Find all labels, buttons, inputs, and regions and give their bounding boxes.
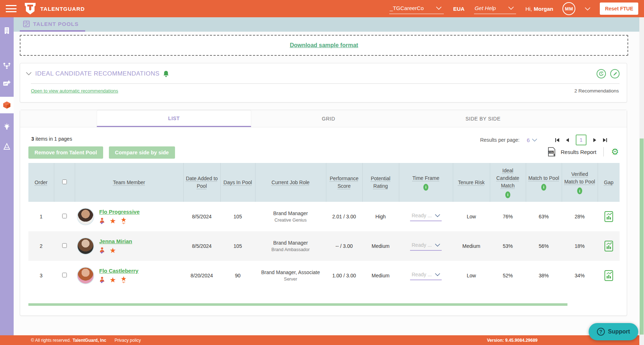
sidebar-item-succession[interactable] [0,58,14,74]
csv-download-icon[interactable]: CSV [548,147,556,156]
order-cell: 3 [28,261,54,290]
member-name-link[interactable]: Jenna Mirian [99,238,132,244]
gap-report-icon[interactable] [604,241,613,251]
avatar[interactable] [77,267,94,284]
vertical-scrollbar-thumb[interactable] [640,139,644,335]
info-icon[interactable] [505,191,510,198]
sidebar-item-organization[interactable] [0,22,14,39]
table-row: 3 Flo Castleberry [28,261,620,290]
download-sample-link[interactable]: Download sample format [290,42,358,49]
col-order[interactable]: Order [34,179,47,186]
tab-list[interactable]: LIST [97,110,251,127]
potential-cell: Medium [362,231,399,261]
tenure-risk-cell: Low [453,202,490,231]
sidebar-item-talent-pools[interactable] [0,97,14,113]
remove-from-pool-button[interactable]: Remove from Talent Pool [28,146,103,159]
time-frame-select[interactable]: Ready ... [410,212,441,221]
top-bar-right: _TGCareerCo EUA Get Help Hi,Morgan MM Re… [389,2,638,15]
col-potential-rating[interactable]: Potential Rating [365,175,397,190]
col-match-to-pool[interactable]: Match to Pool [528,174,559,182]
member-name-link[interactable]: Flo Progressive [99,209,140,215]
time-frame-cell: Ready ... [399,202,453,231]
tab-talent-pools[interactable]: TALENT POOLS [20,17,85,32]
time-frame-select[interactable]: Ready ... [410,241,441,251]
view-tab-bar: LIST GRID SIDE BY SIDE [20,110,627,127]
col-time-frame[interactable]: Time Frame [413,174,440,182]
previous-page-button[interactable] [566,138,569,142]
history-icon[interactable] [597,69,606,78]
first-page-button[interactable] [555,138,560,142]
col-ideal-candidate-match[interactable]: Ideal Candidate Match [492,167,524,190]
row-checkbox[interactable] [62,214,67,218]
tab-side-by-side[interactable]: SIDE BY SIDE [406,110,560,127]
open-recommendations-link[interactable]: Open to view automatic recommendations [31,88,118,94]
mentor-badge-icon [99,218,105,224]
get-help-menu[interactable]: Get Help [474,4,516,14]
results-per-page-select[interactable]: 6 [527,137,537,143]
org-chart-icon [3,62,11,69]
col-tenure-risk[interactable]: Tenure Risk [458,179,485,186]
gap-cell [598,231,620,261]
gap-report-icon[interactable] [604,211,613,222]
chevron-down-icon [435,244,440,247]
avatar[interactable] [77,208,94,225]
col-date-added[interactable]: Date Added to Pool [186,175,218,190]
user-menu-chevron-icon[interactable] [585,7,590,10]
team-member-cell: Flo Castleberry [75,261,183,290]
privacy-policy-link[interactable]: Privacy policy [115,338,141,343]
rising-star-icon [121,276,126,283]
order-cell: 1 [28,202,54,231]
tab-grid[interactable]: GRID [251,110,406,127]
potential-cell: Medium [362,261,399,290]
question-mark-icon [597,328,605,336]
top-bar: TALENTGUARD _TGCareerCo EUA Get Help Hi,… [0,0,644,17]
col-performance-score[interactable]: Performance Score [328,175,360,190]
col-days-in-pool[interactable]: Days In Pool [224,179,252,186]
copyright-text: © All rights reserved. [31,338,71,343]
sidebar-item-ideas[interactable] [0,119,14,135]
results-report-label[interactable]: Results Report [561,149,596,155]
row-checkbox[interactable] [62,273,67,277]
last-page-button[interactable] [603,138,607,142]
sidebar-item-planning[interactable] [0,138,14,155]
support-button[interactable]: Support [589,323,638,340]
current-page-box[interactable]: 1 [576,135,586,145]
recommendations-count: 2 Recommendations [574,88,619,94]
brand-name: TALENTGUARD [40,6,85,12]
col-team-member[interactable]: Team Member [113,179,145,186]
performance-cell: -- / 3.00 [326,231,362,261]
user-avatar[interactable]: MM [562,2,575,15]
info-icon[interactable] [423,184,428,191]
col-verified-match[interactable]: Verified Match to Pool [564,171,595,186]
col-gap[interactable]: Gap [604,179,613,186]
edit-icon[interactable] [610,69,620,78]
next-page-button[interactable] [593,138,596,142]
horizontal-scrollbar-thumb[interactable] [28,303,567,306]
col-current-job-role[interactable]: Current Job Role [272,179,310,186]
collapse-chevron-icon[interactable] [26,72,32,76]
company-selector[interactable]: _TGCareerCo [389,4,444,14]
info-icon[interactable] [541,184,546,191]
gap-report-icon[interactable] [604,270,613,281]
row-checkbox[interactable] [62,243,67,248]
lightbulb-icon [3,123,10,131]
table-settings-gear-icon[interactable] [611,147,619,156]
environment-label: EUA [453,6,465,12]
member-name-link[interactable]: Flo Castleberry [99,268,138,274]
info-icon[interactable] [577,187,582,194]
pagination-controls: Results per page: 6 1 [480,135,607,145]
sidebar-item-insights[interactable] [0,75,14,92]
compare-side-by-side-button[interactable]: Compare side by side [109,146,175,159]
star-icon [110,217,116,224]
building-icon [4,27,10,34]
select-all-checkbox[interactable] [62,180,67,184]
vertical-scrollbar[interactable] [639,17,644,345]
match-to-pool-cell: 38% [526,261,562,290]
avatar[interactable] [77,237,94,255]
rising-star-icon [121,217,126,224]
time-frame-select[interactable]: Ready ... [410,271,441,280]
hamburger-menu-icon[interactable] [6,5,17,12]
table-header-row: Order Team Member Date Added to Pool Day… [28,163,620,202]
csv-upload-dropzone[interactable]: Download sample format [20,35,628,56]
reset-ftue-button[interactable]: Reset FTUE [600,3,638,15]
